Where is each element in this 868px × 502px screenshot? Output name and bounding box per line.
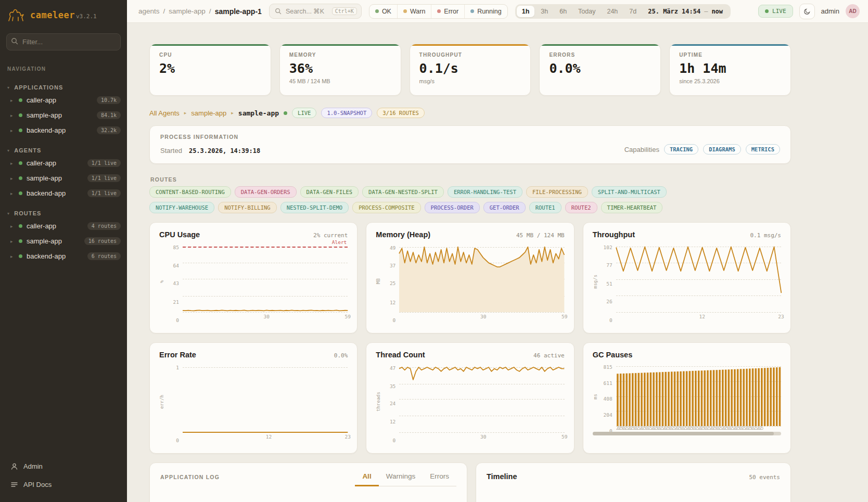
filter-warn-button[interactable]: Warn <box>398 5 431 18</box>
status-filter-group: OK Warn Error Running <box>369 4 508 19</box>
plot-area <box>616 243 781 312</box>
nav-group-applications[interactable]: ▾ APPLICATIONS <box>0 82 127 93</box>
metric-card-memory[interactable]: MEMORY 36% 45 MB / 124 MB <box>279 44 401 96</box>
y-tick-label: 408 <box>603 396 612 402</box>
metric-card-errors[interactable]: ERRORS 0.0% <box>539 44 661 96</box>
route-tag[interactable]: ROUTE2 <box>565 202 597 213</box>
search-icon <box>275 8 282 15</box>
x-tick-label: 23 <box>778 314 784 319</box>
sidebar-routes-backend-app[interactable]: ▸ backend-app 6 routes <box>0 249 127 264</box>
metric-card-throughput[interactable]: THROUGHPUT 0.1/s msg/s <box>410 44 531 96</box>
tab-errors[interactable]: Errors <box>423 472 456 486</box>
route-tag[interactable]: FILE-PROCESSING <box>526 186 588 198</box>
breadcrumb-separator: / <box>163 7 165 15</box>
breadcrumb-sample-app[interactable]: sample-app <box>169 7 206 15</box>
route-tag[interactable]: NOTIFY-WAREHOUSE <box>149 202 214 213</box>
x-tick-label: 12 <box>699 314 705 319</box>
route-tag[interactable]: NOTIFY-BILLING <box>218 202 277 213</box>
sidebar-agent-sample-app[interactable]: ▸ sample-app 1/1 live <box>0 171 127 186</box>
time-range-24h[interactable]: 24h <box>602 6 623 17</box>
time-range-3h[interactable]: 3h <box>535 6 553 17</box>
sidebar-item-admin[interactable]: Admin <box>6 458 121 474</box>
filter-error-button[interactable]: Error <box>431 5 465 18</box>
sidebar-item-badge: 6 routes <box>87 252 121 260</box>
sidebar-routes-sample-app[interactable]: ▸ sample-app 16 routes <box>0 234 127 249</box>
route-tag[interactable]: TIMER-HEARTBEAT <box>601 202 663 213</box>
search-input[interactable]: Search... ⌘K Ctrl+K <box>269 4 362 19</box>
metric-card-cpu[interactable]: CPU 2% <box>149 44 271 96</box>
footer-item-label: Admin <box>23 462 43 470</box>
time-range-7d[interactable]: 7d <box>624 6 642 17</box>
filter-running-button[interactable]: Running <box>465 5 507 18</box>
route-tag[interactable]: NESTED-SPLIT-DEMO <box>280 202 349 213</box>
tab-warnings[interactable]: Warnings <box>379 472 423 486</box>
status-dot <box>19 161 22 165</box>
route-tag[interactable]: PROCESS-ORDER <box>425 202 480 213</box>
filter-ok-button[interactable]: OK <box>369 5 398 18</box>
time-range-6h[interactable]: 6h <box>554 6 572 17</box>
bar-series <box>616 363 781 426</box>
breadcrumb-separator: / <box>209 7 211 15</box>
moon-icon <box>803 8 811 15</box>
metric-value: 2% <box>159 61 261 76</box>
y-tick-label: 26 <box>606 299 612 304</box>
route-tag[interactable]: DATA-GEN-NESTED-SPLIT <box>362 186 444 198</box>
chart-horizontal-scrollbar[interactable] <box>593 432 781 435</box>
gridline <box>616 426 781 427</box>
chevron-right-icon: ▸ <box>10 239 15 244</box>
started-value: 25.3.2026, 14:39:18 <box>189 147 260 155</box>
sidebar-routes-caller-app[interactable]: ▸ caller-app 4 routes <box>0 218 127 234</box>
sidebar-item-badge: 10.7k <box>97 96 121 104</box>
x-tick-label: 23 <box>345 434 351 440</box>
agent-app-link[interactable]: sample-app <box>191 109 226 117</box>
route-tag[interactable]: PROCESS-COMPOSITE <box>352 202 420 213</box>
route-tag[interactable]: ERROR-HANDLING-TEST <box>448 186 522 198</box>
search-shortcut-kbd: Ctrl+K <box>332 7 357 15</box>
status-dot <box>19 191 22 195</box>
time-range-1h[interactable]: 1h <box>517 6 535 17</box>
sidebar-item-label: sample-app <box>27 174 62 182</box>
nav-group-agents[interactable]: ▾ AGENTS <box>0 145 127 156</box>
breadcrumb-agents[interactable]: agents <box>138 7 160 15</box>
sidebar-agent-caller-app[interactable]: ▸ caller-app 1/1 live <box>0 156 127 171</box>
sidebar-item-badge: 16 routes <box>84 237 121 245</box>
live-badge[interactable]: LIVE <box>758 5 793 18</box>
charts-row-1: CPU Usage 2% current % 021436485 Alert30… <box>149 222 791 333</box>
route-tag[interactable]: DATA-GEN-FILES <box>300 186 359 198</box>
route-tag[interactable]: GET-ORDER <box>483 202 526 213</box>
sidebar-agent-backend-app[interactable]: ▸ backend-app 1/1 live <box>0 186 127 201</box>
route-tag[interactable]: SPLIT-AND-MULTICAST <box>592 186 667 198</box>
route-tag[interactable]: DATA-GEN-ORDERS <box>235 186 297 198</box>
metric-label: CPU <box>159 52 261 58</box>
metric-card-uptime[interactable]: UPTIME 1h 14m since 25.3.2026 <box>669 44 791 96</box>
avatar[interactable]: AD <box>846 4 860 18</box>
y-axis-ticks: 0265177102 <box>599 243 616 320</box>
theme-toggle-button[interactable] <box>799 4 815 19</box>
chart-title: Throughput <box>593 230 635 239</box>
application-log-title: APPLICATION LOG <box>160 474 220 486</box>
capabilities-label: Capabilities <box>624 146 659 153</box>
route-tag[interactable]: CONTENT-BASED-ROUTING <box>149 186 231 198</box>
tab-all[interactable]: All <box>355 472 378 486</box>
sidebar-item-caller-app[interactable]: ▸ caller-app 10.7k <box>0 93 127 108</box>
filter-label: OK <box>382 8 391 15</box>
time-range-display[interactable]: 25. März 14:54 — now <box>643 8 729 15</box>
time-range-today[interactable]: Today <box>573 6 601 17</box>
y-tick-label: 0 <box>609 317 612 323</box>
y-axis-label: ms <box>593 363 599 431</box>
sidebar-item-backend-app[interactable]: ▸ backend-app 32.2k <box>0 123 127 138</box>
nav-group-routes[interactable]: ▾ ROUTES <box>0 208 127 218</box>
scrollbar-thumb[interactable] <box>593 432 774 435</box>
nav-group-label: ROUTES <box>14 210 41 216</box>
all-agents-link[interactable]: All Agents <box>149 109 180 117</box>
chevron-right-icon: ▸ <box>10 254 15 259</box>
timeline-title: Timeline <box>487 472 517 481</box>
metric-subtext: 45 MB / 124 MB <box>289 78 391 84</box>
warn-status-dot <box>403 9 407 13</box>
logo-row[interactable]: cameleerv3.2.1 <box>0 0 127 29</box>
sidebar-item-api-docs[interactable]: API Docs <box>6 477 121 493</box>
sidebar-item-sample-app[interactable]: ▸ sample-app 84.1k <box>0 108 127 123</box>
y-tick-label: 51 <box>606 281 612 287</box>
filter-input[interactable] <box>6 33 121 50</box>
route-tag[interactable]: ROUTE1 <box>529 202 561 213</box>
